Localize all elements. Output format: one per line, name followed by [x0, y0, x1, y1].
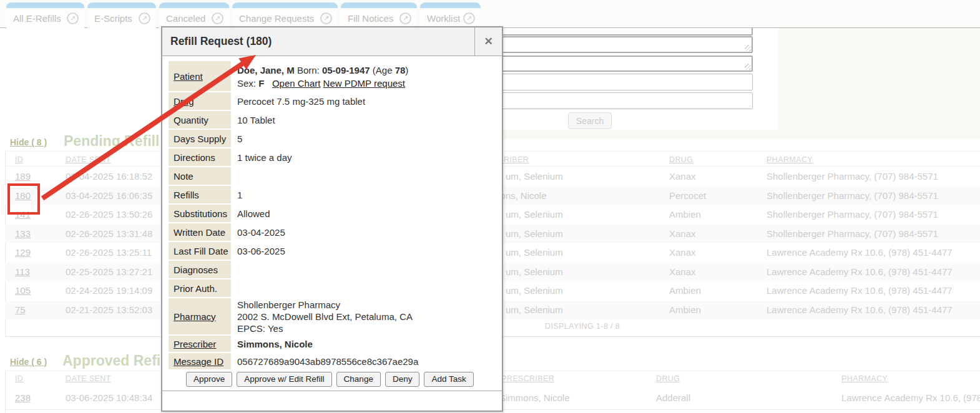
date-sent-cell: 02-24-2025 19:14:09: [66, 281, 152, 300]
refill-id-link[interactable]: 141: [15, 205, 31, 224]
open-in-new-icon[interactable]: ↗: [320, 12, 332, 24]
last-fill-date-value: 03-06-2025: [231, 242, 496, 260]
drug-cell: Xanax: [669, 167, 696, 186]
modal-title: Refill Request (180): [162, 27, 474, 56]
prescriber-cell: um, Selenium: [506, 263, 563, 281]
col-header-drug[interactable]: DRUG: [669, 155, 693, 164]
refill-id-link[interactable]: 180: [15, 187, 31, 205]
drug-label[interactable]: Drug: [169, 92, 231, 110]
col-header-pharmacy[interactable]: PHARMACY: [841, 374, 888, 383]
refill-id-link[interactable]: 75: [15, 301, 26, 319]
approve-button[interactable]: Approve: [186, 372, 232, 387]
modal-header: Refill Request (180) ✕: [162, 27, 502, 56]
drug-cell: Xanax: [669, 263, 696, 281]
refills-row: Refills1: [169, 186, 496, 203]
prescriber-label-link[interactable]: Prescriber: [169, 336, 231, 352]
message-id-label-link[interactable]: Message ID: [169, 353, 231, 369]
page-background-region: [778, 28, 980, 138]
prescriber-value: Simmons, Nicole: [231, 336, 496, 352]
close-icon[interactable]: ✕: [474, 27, 502, 56]
refill-id-link[interactable]: 113: [15, 263, 30, 281]
written-date-value: 03-04-2025: [231, 223, 496, 241]
col-header-id[interactable]: ID: [15, 155, 23, 164]
prior-auth-row: Prior Auth.: [169, 279, 496, 297]
directions-value: 1 twice a day: [231, 148, 496, 166]
new-pdmp-request-link[interactable]: New PDMP request: [323, 78, 405, 89]
open-in-new-icon[interactable]: ↗: [463, 12, 475, 24]
drug-cell: Ambien: [669, 301, 701, 319]
col-header-id[interactable]: ID: [15, 374, 23, 383]
prescriber-row: Prescriber Simmons, Nicole: [169, 336, 496, 352]
drug-cell: Xanax: [669, 243, 696, 262]
diagnoses-value: [231, 261, 496, 278]
refill-id-link[interactable]: 129: [15, 243, 31, 262]
col-header-date-sent[interactable]: DATE SENT: [66, 155, 111, 164]
days-supply-value: 5: [231, 130, 496, 147]
prior-auth-value: [231, 279, 496, 297]
modal-body: Patient Doe, Jane, M Born: 05-09-1947 (A…: [162, 56, 502, 391]
tab-change-requests[interactable]: Change Requests↗: [232, 2, 338, 28]
refill-id-link[interactable]: 105: [15, 281, 31, 300]
open-chart-link[interactable]: Open Chart: [272, 78, 321, 89]
add-task-button[interactable]: Add Task: [424, 372, 473, 387]
drug-cell: Ambien: [669, 281, 701, 300]
tab-accent-bar: [420, 2, 481, 8]
tab-worklist[interactable]: Worklist↗: [420, 2, 481, 28]
tab-canceled[interactable]: Canceled↗: [159, 2, 229, 28]
change-button[interactable]: Change: [336, 372, 381, 387]
prescriber-cell: Simmons, Nicole: [499, 387, 570, 409]
pharmacy-cell: Shollenberger Pharmacy, (707) 984-5571: [767, 225, 938, 243]
tab-fill-notices[interactable]: Fill Notices↗: [341, 2, 417, 28]
refill-id-link[interactable]: 238: [15, 387, 31, 409]
open-in-new-icon[interactable]: ↗: [212, 12, 223, 24]
tab-accent-bar: [232, 2, 338, 8]
date-sent-cell: 02-25-2025 13:27:21: [66, 263, 152, 281]
hide-approved-link[interactable]: Hide ( 6 ): [10, 357, 47, 367]
refills-value: 1: [231, 186, 496, 203]
directions-row: Directions1 twice a day: [169, 148, 496, 166]
col-header-prescriber[interactable]: PRESCRIBER: [501, 374, 554, 383]
pharmacy-label-link[interactable]: Pharmacy: [169, 298, 231, 334]
pharmacy-address: 2002 S. McDowell Blvd Ext, Petaluma, CA: [237, 311, 496, 323]
prescriber-cell: um, Selenium: [506, 301, 563, 319]
refill-id-link[interactable]: 189: [15, 167, 31, 186]
patient-line-2: Sex: F Open Chart New PDMP request: [237, 77, 496, 90]
tab-all-e-refills[interactable]: All E-Refills↗: [6, 2, 84, 28]
pharmacy-cell: Shollenberger Pharmacy, (707) 984-5571: [767, 187, 938, 205]
days-supply-row: Days Supply5: [169, 130, 496, 147]
message-id-value: 056727689a9043ab8978556ce8c367ae29a: [231, 353, 496, 369]
tab-accent-bar: [87, 2, 156, 8]
refill-request-modal: Refill Request (180) ✕ Patient Doe, Jane…: [161, 26, 503, 412]
prescriber-cell: um, Selenium: [506, 167, 563, 186]
approve-w-edit-refill-button[interactable]: Approve w/ Edit Refill: [237, 372, 331, 387]
patient-row: Patient Doe, Jane, M Born: 05-09-1947 (A…: [169, 61, 496, 91]
pharmacy-cell: Lawrence Academy Rx 10.6, (978) 451-4477: [767, 301, 953, 319]
refill-tab-bar: All E-Refills↗ E-Scripts↗ Canceled↗ Chan…: [0, 0, 980, 28]
refill-id-link[interactable]: 133: [15, 225, 31, 243]
open-in-new-icon[interactable]: ↗: [67, 12, 79, 24]
col-header-drug[interactable]: DRUG: [656, 374, 680, 383]
open-in-new-icon[interactable]: ↗: [139, 12, 150, 24]
patient-label-link[interactable]: Patient: [169, 61, 231, 91]
hide-pending-link[interactable]: Hide ( 8 ): [10, 137, 47, 147]
erx-refill-screen: Search All E-Refills↗ E-Scripts↗ Cancele…: [0, 0, 980, 413]
prescriber-cell: um, Selenium: [506, 205, 563, 224]
note-label: Note: [169, 167, 231, 185]
col-header-pharmacy[interactable]: PHARMACY: [767, 155, 813, 164]
open-in-new-icon[interactable]: ↗: [399, 12, 411, 24]
resize-grip-icon: [745, 64, 751, 70]
deny-button[interactable]: Deny: [385, 372, 420, 387]
col-header-date-sent[interactable]: DATE SENT: [66, 374, 111, 383]
tab-e-scripts[interactable]: E-Scripts↗: [87, 2, 156, 28]
prior-auth-label: Prior Auth.: [169, 279, 231, 297]
diagnoses-label: Diagnoses: [169, 261, 231, 278]
search-button[interactable]: Search: [568, 112, 612, 129]
pharmacy-cell: Shollenberger Pharmacy, (707) 984-5571: [767, 205, 938, 224]
modal-action-buttons: ApproveApprove w/ Edit RefillChangeDenyA…: [186, 372, 496, 387]
drug-cell: Percocet: [669, 187, 706, 205]
quantity-row: Quantity10 Tablet: [169, 111, 496, 129]
pharmacy-epcs: EPCS: Yes: [237, 323, 496, 334]
date-sent-cell: 03-04-2025 16:06:35: [66, 187, 152, 205]
substitutions-value: Allowed: [231, 205, 496, 222]
prescriber-cell: um, Selenium: [506, 225, 563, 243]
